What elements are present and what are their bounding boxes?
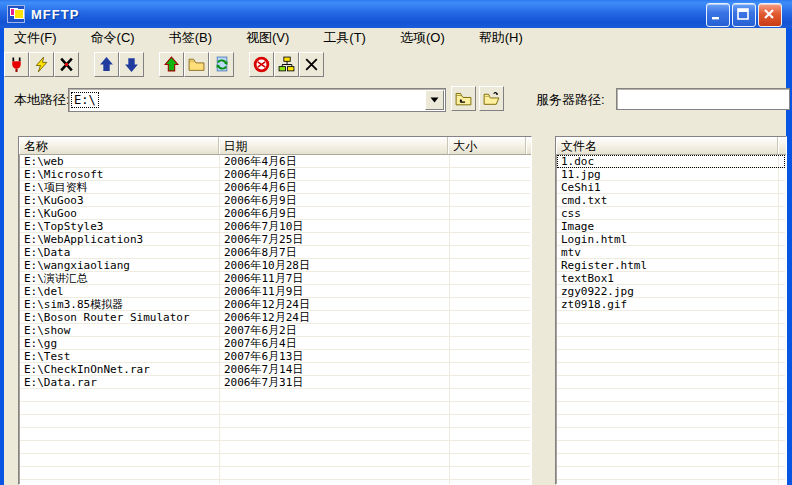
minimize-button[interactable] (706, 3, 730, 27)
list-cell (779, 428, 785, 441)
list-cell (220, 454, 450, 467)
list-cell (779, 220, 785, 233)
list-cell: E:\Data (20, 246, 220, 259)
menu-item-5[interactable]: 选项(O) (390, 27, 455, 49)
remote-file-row[interactable]: cmd.txt (557, 194, 785, 207)
close-button[interactable] (758, 3, 782, 27)
column-header-filler (526, 137, 531, 154)
empty-row (557, 376, 785, 389)
local-file-row[interactable]: E:\TopStyle32006年7月10日 (20, 220, 530, 233)
list-cell: mtv (557, 246, 779, 259)
remote-file-row[interactable]: zgy0922.jpg (557, 285, 785, 298)
local-file-row[interactable]: E:\KuGoo32006年6月9日 (20, 194, 530, 207)
list-cell (450, 272, 530, 285)
menu-item-2[interactable]: 书签(B) (159, 27, 222, 49)
empty-row (20, 389, 530, 402)
remote-file-row[interactable]: 11.jpg (557, 168, 785, 181)
connect-button[interactable] (4, 52, 29, 77)
green-up-arrow-icon (163, 56, 180, 73)
refresh-button[interactable] (209, 52, 234, 77)
chevron-down-icon (430, 97, 439, 103)
quick-connect-button[interactable] (29, 52, 54, 77)
empty-row (557, 324, 785, 337)
remote-file-row[interactable]: CeShi1 (557, 181, 785, 194)
remote-file-row[interactable]: Image (557, 220, 785, 233)
menu-item-3[interactable]: 视图(V) (236, 27, 299, 49)
server-path-input[interactable] (616, 88, 790, 110)
open-folder-button[interactable] (184, 52, 209, 77)
list-cell (779, 389, 785, 402)
list-cell (220, 480, 450, 484)
titlebar: MFFTP (0, 0, 792, 28)
local-file-row[interactable]: E:\Data.rar2006年7月31日 (20, 376, 530, 389)
column-header-1[interactable]: 日期 (219, 137, 449, 154)
local-file-row[interactable]: E:\Boson Router Simulator2006年12月24日 (20, 311, 530, 324)
empty-row (557, 480, 785, 484)
menu-item-0[interactable]: 文件(F) (4, 27, 67, 49)
parent-directory-button[interactable] (159, 52, 184, 77)
list-cell (450, 168, 530, 181)
local-file-row[interactable]: E:\gg2007年6月4日 (20, 337, 530, 350)
list-cell: 1.doc (557, 155, 779, 168)
list-cell (557, 467, 779, 480)
arrow-down-icon (123, 56, 140, 73)
local-file-row[interactable]: E:\KuGoo2006年6月9日 (20, 207, 530, 220)
list-cell: 2006年6月9日 (220, 207, 450, 220)
list-cell (20, 428, 220, 441)
list-cell: E:\TopStyle3 (20, 220, 220, 233)
list-cell (779, 337, 785, 350)
local-file-row[interactable]: E:\Test2007年6月13日 (20, 350, 530, 363)
browse-folder-button[interactable] (479, 86, 504, 111)
remote-file-row[interactable]: 1.doc (557, 155, 785, 168)
local-path-combobox[interactable]: E:\ (68, 88, 446, 112)
local-file-row[interactable]: E:\show2007年6月2日 (20, 324, 530, 337)
local-file-row[interactable]: E:\sim3.85模拟器2006年12月24日 (20, 298, 530, 311)
local-file-row[interactable]: E:\Data2006年8月7日 (20, 246, 530, 259)
remote-file-row[interactable]: textBox1 (557, 272, 785, 285)
local-file-row[interactable]: E:\演讲汇总2006年11月7日 (20, 272, 530, 285)
column-header-2[interactable]: 大小 (448, 137, 526, 154)
list-cell (557, 350, 779, 363)
list-cell (20, 389, 220, 402)
list-cell (779, 467, 785, 480)
local-file-row[interactable]: E:\项目资料2006年4月6日 (20, 181, 530, 194)
empty-row (557, 311, 785, 324)
empty-row (20, 402, 530, 415)
empty-row (557, 467, 785, 480)
list-cell: 2007年6月2日 (220, 324, 450, 337)
local-path-dropdown-button[interactable] (425, 90, 444, 110)
local-file-row[interactable]: E:\del2006年11月9日 (20, 285, 530, 298)
delete-button[interactable] (299, 52, 324, 77)
remote-file-row[interactable]: mtv (557, 246, 785, 259)
path-row: 本地路径: E:\ 服务器路径: (4, 84, 786, 114)
list-cell (20, 454, 220, 467)
remote-file-row[interactable]: zt0918.gif (557, 298, 785, 311)
local-file-row[interactable]: E:\web2006年4月6日 (20, 155, 530, 168)
menu-item-1[interactable]: 命令(C) (81, 27, 145, 49)
column-header-0[interactable]: 名称 (19, 137, 219, 154)
upload-button[interactable] (94, 52, 119, 77)
disconnect-button[interactable] (54, 52, 79, 77)
menu-item-4[interactable]: 工具(T) (313, 27, 376, 49)
local-file-row[interactable]: E:\CheckInOnNet.rar2006年7月14日 (20, 363, 530, 376)
list-cell: Register.html (557, 259, 779, 272)
local-file-row[interactable]: E:\WebApplication32006年7月25日 (20, 233, 530, 246)
abort-button[interactable] (249, 52, 274, 77)
list-cell (779, 272, 785, 285)
menu-item-6[interactable]: 帮助(H) (469, 27, 533, 49)
remote-file-row[interactable]: Register.html (557, 259, 785, 272)
folder-up-button[interactable] (451, 86, 476, 111)
remote-file-row[interactable]: css (557, 207, 785, 220)
column-header-0[interactable]: 文件名 (556, 137, 778, 154)
download-button[interactable] (119, 52, 144, 77)
local-file-row[interactable]: E:\Microsoft2006年4月6日 (20, 168, 530, 181)
site-manager-button[interactable] (274, 52, 299, 77)
remote-file-row[interactable]: Login.html (557, 233, 785, 246)
list-cell (450, 402, 530, 415)
local-file-row[interactable]: E:\wangxiaoliang2006年10月28日 (20, 259, 530, 272)
list-cell (779, 285, 785, 298)
maximize-button[interactable] (732, 3, 756, 27)
empty-row (557, 402, 785, 415)
list-cell (779, 233, 785, 246)
list-cell: 2006年7月14日 (220, 363, 450, 376)
